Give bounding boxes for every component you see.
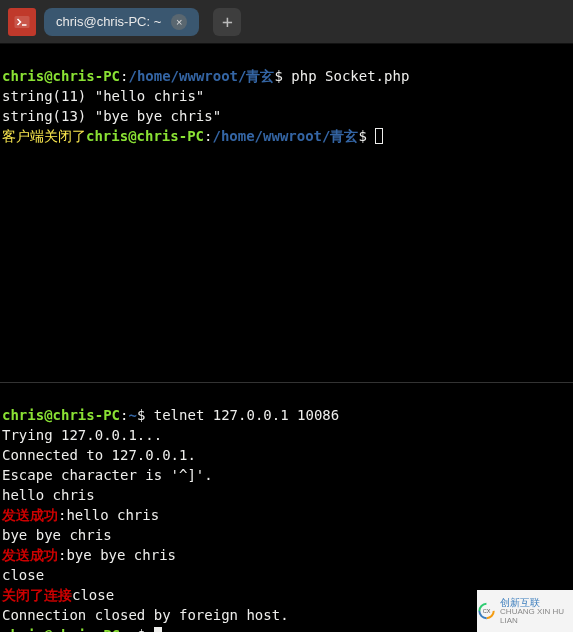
output-line: :hello chris [58, 507, 159, 523]
tab-close-button[interactable]: × [171, 14, 187, 30]
watermark-logo: CX 创新互联 CHUANG XIN HU LIAN [477, 590, 573, 632]
prompt-path: /home/wwwroot/青玄 [128, 68, 274, 84]
cursor-icon [154, 627, 162, 632]
output-line: Connection closed by foreign host. [2, 607, 289, 623]
terminal-split-area: chris@chris-PC:/home/wwwroot/青玄$ php Soc… [0, 44, 573, 632]
output-line: string(11) "hello chris" [2, 88, 204, 104]
cursor-icon [375, 128, 383, 144]
prompt-dollar: $ [137, 407, 154, 423]
output-line: close [72, 587, 114, 603]
output-line-yellow: 客户端关闭了 [2, 128, 86, 144]
new-tab-button[interactable]: + [213, 8, 241, 36]
output-line: Trying 127.0.0.1... [2, 427, 162, 443]
output-line: :bye bye chris [58, 547, 176, 563]
prompt-dollar: $ [274, 68, 291, 84]
output-line-red: 发送成功 [2, 547, 58, 563]
output-line-red: 关闭了连接 [2, 587, 72, 603]
output-line: bye bye chris [2, 527, 112, 543]
prompt-path: ~ [128, 407, 136, 423]
prompt-path: ~ [128, 627, 136, 632]
tab-title: chris@chris-PC: ~ [56, 14, 161, 29]
output-line: Connected to 127.0.0.1. [2, 447, 196, 463]
prompt-user: chris@chris-PC [86, 128, 204, 144]
svg-text:CX: CX [483, 608, 491, 614]
svg-rect-0 [15, 16, 30, 28]
tab-terminal[interactable]: chris@chris-PC: ~ × [44, 8, 199, 36]
prompt-user: chris@chris-PC [2, 627, 120, 632]
output-line: close [2, 567, 44, 583]
command-text: php Socket.php [291, 68, 409, 84]
prompt-path: /home/wwwroot/青玄 [212, 128, 358, 144]
output-line: Escape character is '^]'. [2, 467, 213, 483]
output-line: string(13) "bye bye chris" [2, 108, 221, 124]
watermark-icon: CX [477, 600, 496, 622]
terminal-pane-top[interactable]: chris@chris-PC:/home/wwwroot/青玄$ php Soc… [0, 44, 573, 382]
command-text: telnet 127.0.0.1 10086 [154, 407, 339, 423]
output-line: hello chris [2, 487, 95, 503]
prompt-user: chris@chris-PC [2, 68, 120, 84]
output-line-red: 发送成功 [2, 507, 58, 523]
prompt-user: chris@chris-PC [2, 407, 120, 423]
prompt-dollar: $ [137, 627, 154, 632]
terminal-icon [13, 13, 31, 31]
titlebar: chris@chris-PC: ~ × + [0, 0, 573, 44]
terminal-app-icon[interactable] [8, 8, 36, 36]
watermark-sub: CHUANG XIN HU LIAN [500, 608, 573, 626]
prompt-dollar: $ [358, 128, 375, 144]
